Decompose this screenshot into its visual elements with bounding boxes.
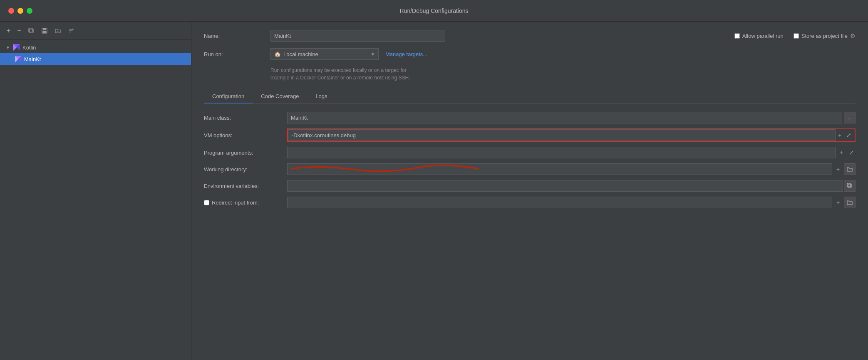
redirect-input-field[interactable]	[287, 197, 832, 208]
close-button[interactable]	[8, 8, 14, 14]
vm-options-label: VM options:	[204, 132, 287, 138]
redirect-input-wrap: +	[287, 197, 856, 208]
store-project-checkbox[interactable]	[794, 33, 799, 39]
vm-options-input[interactable]	[288, 129, 836, 141]
remove-config-button[interactable]: −	[15, 26, 22, 35]
main-class-input-wrap: ...	[287, 112, 856, 123]
program-args-input[interactable]	[287, 147, 836, 158]
main-content: + −	[0, 22, 868, 360]
env-vars-label: Environment variables:	[204, 183, 287, 189]
sort-config-button[interactable]	[66, 27, 76, 35]
svg-rect-1	[29, 28, 32, 32]
run-on-row: Run on: 🏠 Local machine ▼ Manage targets…	[204, 48, 856, 60]
allow-parallel-checkbox[interactable]	[734, 33, 740, 39]
program-args-expand-button[interactable]: ⤢	[847, 148, 856, 157]
kotlin-group-header[interactable]: ▼ Kotlin	[0, 42, 191, 53]
chevron-down-icon: ▼	[371, 52, 375, 57]
tab-configuration[interactable]: Configuration	[204, 90, 253, 104]
allow-parallel-option[interactable]: Allow parallel run	[734, 33, 784, 39]
right-panel: Name: Allow parallel run Store as projec…	[191, 22, 868, 360]
main-class-label: Main class:	[204, 115, 287, 121]
sidebar-toolbar: + −	[0, 22, 191, 40]
tab-code-coverage[interactable]: Code Coverage	[253, 90, 307, 104]
working-dir-label: Working directory:	[204, 166, 287, 173]
name-label: Name:	[204, 33, 270, 39]
mainkt-kotlin-icon	[15, 56, 22, 62]
name-input[interactable]	[270, 30, 445, 42]
svg-rect-4	[43, 31, 46, 33]
working-dir-add-button[interactable]: +	[834, 165, 842, 173]
env-vars-input[interactable]	[287, 180, 843, 192]
redirect-input-row: Redirect input from: +	[204, 197, 856, 208]
home-icon: 🏠	[274, 51, 281, 57]
kotlin-icon	[13, 44, 20, 51]
env-vars-copy-button[interactable]	[844, 180, 856, 192]
redirect-add-button[interactable]: +	[834, 198, 842, 207]
kotlin-group: ▼ Kotlin	[0, 42, 191, 65]
run-on-hint-line1: Run configurations may be executed local…	[270, 67, 856, 74]
name-row: Name:	[204, 30, 734, 42]
vm-expand-button[interactable]: ⤢	[845, 131, 853, 139]
working-dir-input-wrap: +	[287, 163, 856, 175]
svg-rect-0	[30, 29, 33, 33]
window-title: Run/Debug Configurations	[400, 7, 469, 14]
env-vars-input-wrap	[287, 180, 856, 192]
vm-input-container: + ⤢	[287, 128, 856, 142]
run-on-select[interactable]: 🏠 Local machine ▼	[270, 48, 379, 60]
env-vars-row: Environment variables:	[204, 180, 856, 192]
svg-rect-3	[43, 28, 46, 30]
store-project-option[interactable]: Store as project file ⚙	[794, 32, 856, 39]
manage-targets-link[interactable]: Manage targets...	[385, 51, 427, 57]
mainkt-item[interactable]: MainKt	[0, 53, 191, 65]
mainkt-item-label: MainKt	[24, 56, 41, 62]
sidebar: + −	[0, 22, 191, 360]
run-on-label: Run on:	[204, 51, 270, 57]
svg-rect-16	[848, 184, 851, 187]
working-dir-browse-button[interactable]	[844, 163, 856, 175]
program-args-label: Program arguments:	[204, 150, 287, 156]
svg-rect-17	[847, 183, 851, 187]
working-dir-row: Working directory: +	[204, 163, 856, 175]
maximize-button[interactable]	[27, 8, 32, 14]
minimize-button[interactable]	[17, 8, 23, 14]
titlebar: Run/Debug Configurations	[0, 0, 868, 22]
vm-options-row: VM options: + ⤢	[204, 128, 856, 142]
working-dir-input[interactable]	[287, 163, 832, 175]
store-project-label: Store as project file	[801, 33, 848, 39]
vm-options-input-wrap: + ⤢	[287, 128, 856, 142]
top-options: Allow parallel run Store as project file…	[734, 32, 856, 39]
redirect-input-checkbox[interactable]	[204, 200, 209, 205]
window-controls[interactable]	[8, 8, 32, 14]
main-class-row: Main class: ...	[204, 112, 856, 123]
folder-config-button[interactable]	[53, 27, 63, 35]
top-row: Name: Allow parallel run Store as projec…	[204, 30, 856, 42]
main-class-input[interactable]	[287, 112, 842, 123]
program-args-input-wrap: + ⤢	[287, 147, 856, 158]
vm-add-button[interactable]: +	[836, 131, 844, 139]
add-config-button[interactable]: +	[5, 26, 12, 35]
run-on-value: Local machine	[283, 51, 318, 57]
copy-config-button[interactable]	[26, 27, 36, 35]
vm-inline-buttons: + ⤢	[836, 131, 855, 139]
chevron-down-icon: ▼	[5, 44, 11, 50]
tabs: Configuration Code Coverage Logs	[204, 90, 856, 104]
redirect-input-label: Redirect input from:	[212, 200, 259, 206]
allow-parallel-label: Allow parallel run	[742, 33, 784, 39]
kotlin-group-label: Kotlin	[22, 44, 36, 51]
gear-icon[interactable]: ⚙	[850, 32, 856, 39]
program-args-add-button[interactable]: +	[837, 148, 846, 157]
save-config-button[interactable]	[40, 27, 50, 35]
tab-logs[interactable]: Logs	[307, 90, 335, 104]
sidebar-tree: ▼ Kotlin	[0, 40, 191, 360]
redirect-browse-button[interactable]	[844, 197, 856, 208]
program-args-row: Program arguments: + ⤢	[204, 147, 856, 158]
run-on-hint-line2: example in a Docker Container or on a re…	[270, 74, 856, 81]
run-on-hint: Run configurations may be executed local…	[270, 67, 856, 81]
main-class-browse-button[interactable]: ...	[844, 112, 856, 123]
redirect-label-wrap: Redirect input from:	[204, 200, 287, 206]
